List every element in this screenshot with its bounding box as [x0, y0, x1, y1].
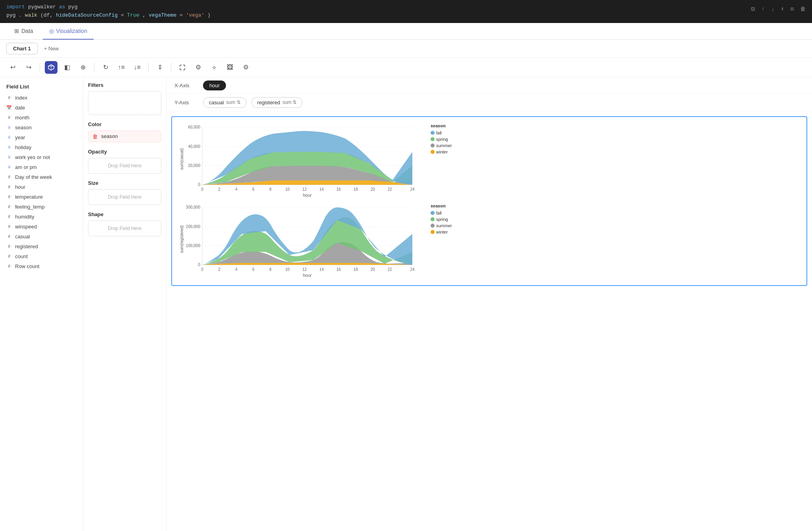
field-workingday[interactable]: ≡ work yes or not [0, 152, 83, 162]
svg-text:300,000: 300,000 [186, 205, 201, 209]
spring-label: spring [436, 137, 448, 142]
size-dropzone[interactable]: Drop Field Here [88, 189, 161, 205]
field-index[interactable]: # index [0, 93, 83, 103]
field-name-feeling-temp: feeling_temp [15, 204, 44, 210]
spring-dot [431, 137, 435, 141]
filters-panel: Filters Color 🗑 season Opacity Drop Fiel… [83, 77, 167, 531]
stack-button[interactable]: ⇕ [153, 61, 166, 74]
color-value: season [101, 133, 118, 139]
svg-text:10: 10 [285, 267, 290, 272]
move-down-icon[interactable]: ↓ [771, 5, 774, 13]
winter-label2: winter [436, 230, 448, 234]
y-axis-casual-tag[interactable]: casual sum ⇅ [203, 97, 247, 108]
svg-text:200,000: 200,000 [186, 224, 201, 229]
sort-desc-button[interactable]: ↓≡ [131, 61, 144, 74]
param2: vegaTheme [149, 12, 176, 18]
legend1-title: season [431, 123, 462, 128]
comma: , [142, 12, 149, 18]
y-axis-registered-tag[interactable]: registered sum ⇅ [251, 97, 303, 108]
field-season[interactable]: ≡ season [0, 123, 83, 132]
svg-text:4: 4 [235, 267, 237, 272]
svg-text:10: 10 [285, 187, 290, 192]
field-rowcount[interactable]: # Row count [0, 261, 83, 271]
toolbar: ↩ ↪ ◧ ⊕ ↻ ↑≡ ↓≡ ⇕ ⚙ ⟡ 🖼 ⚙ [0, 58, 812, 77]
field-winspeed[interactable]: # winspeed [0, 222, 83, 232]
settings2-button[interactable]: ⚙ [192, 61, 205, 74]
y-axis-label: Y-Axis [174, 100, 198, 105]
field-name-humidity: humidity [15, 214, 34, 220]
field-count[interactable]: # count [0, 251, 83, 261]
svg-text:40,000: 40,000 [188, 144, 200, 149]
field-dow[interactable]: # Day of the week [0, 172, 83, 182]
tab-data[interactable]: ⊞ Data [8, 23, 40, 40]
opacity-dropzone[interactable]: Drop Field Here [88, 158, 161, 174]
filters-dropzone[interactable] [88, 91, 161, 115]
num-icon: # [6, 95, 12, 100]
field-name-registered: registered [15, 243, 38, 249]
tab-visualization[interactable]: ◎ Visualization [43, 23, 94, 40]
code-line-2: pyg . walk (df, hideDataSourceConfig = T… [6, 12, 806, 20]
field-humidity[interactable]: # humidity [0, 212, 83, 222]
new-chart-tab[interactable]: + New [39, 43, 63, 54]
field-month[interactable]: # month [0, 113, 83, 123]
chart2-svg: 300,000 200,000 100,000 0 sum(registered… [178, 203, 424, 279]
field-holiday[interactable]: ≡ holiday [0, 142, 83, 152]
summer-label: summer [436, 143, 452, 148]
casual-agg[interactable]: sum ⇅ [226, 100, 241, 105]
split-icon[interactable]: ⊟ [791, 5, 794, 13]
move-up-icon[interactable]: ↑ [761, 5, 764, 13]
chart1-legend: season fall spring summer [431, 123, 462, 199]
field-name-ampm: am or pm [15, 164, 37, 170]
trash-icon[interactable]: 🗑 [92, 133, 98, 140]
image-button[interactable]: 🖼 [224, 61, 236, 74]
summer-dot2 [431, 224, 435, 228]
field-hour[interactable]: # hour [0, 182, 83, 192]
color-tag[interactable]: 🗑 season [88, 130, 161, 142]
copy-icon[interactable]: ⧉ [751, 5, 755, 13]
opacity-title: Opacity [88, 149, 161, 155]
shape-dropzone[interactable]: Drop Field Here [88, 220, 161, 236]
svg-text:14: 14 [319, 267, 324, 272]
str-icon-workingday: ≡ [6, 154, 12, 160]
winter-dot [431, 150, 435, 154]
layers-button[interactable]: ⊕ [77, 61, 89, 74]
x-axis-tag[interactable]: hour [203, 81, 226, 90]
field-registered[interactable]: # registered [0, 242, 83, 251]
gear-button[interactable]: ⚙ [239, 61, 252, 74]
field-name-workingday: work yes or not [15, 154, 50, 160]
legend2-spring: spring [431, 217, 462, 222]
svg-text:0: 0 [198, 263, 200, 267]
connect-button[interactable]: ⟡ [208, 61, 220, 74]
svg-text:100,000: 100,000 [186, 243, 201, 248]
code-line-1: import pygwalker as pyg [6, 3, 806, 12]
redo-button[interactable]: ↪ [22, 61, 35, 74]
expand-button[interactable] [176, 61, 189, 74]
sort-asc-button[interactable]: ↑≡ [115, 61, 128, 74]
delete-icon[interactable]: 🗑 [800, 5, 806, 13]
field-casual[interactable]: # casual [0, 232, 83, 242]
svg-text:60,000: 60,000 [188, 125, 200, 129]
svg-text:8: 8 [269, 267, 272, 272]
field-list-title: Field List [0, 82, 83, 93]
mark-button[interactable]: ◧ [61, 61, 73, 74]
refresh-button[interactable]: ↻ [99, 61, 112, 74]
view3d-button[interactable] [45, 61, 57, 74]
field-ampm[interactable]: ≡ am or pm [0, 162, 83, 172]
svg-text:0: 0 [201, 187, 203, 192]
legend2-title: season [431, 203, 462, 208]
field-year[interactable]: ≡ year [0, 132, 83, 142]
tab-bar: ⊞ Data ◎ Visualization [0, 23, 812, 40]
field-name-temperature: temperature [15, 194, 43, 200]
winter-label: winter [436, 150, 448, 154]
field-name-hour: hour [15, 184, 25, 190]
download-icon[interactable]: ⬇ [781, 5, 784, 13]
field-temperature[interactable]: # temperature [0, 192, 83, 202]
num-icon-casual: # [6, 234, 12, 239]
expand-icon [179, 64, 186, 71]
registered-agg[interactable]: sum ⇅ [282, 100, 297, 105]
chart-tab-1[interactable]: Chart 1 [6, 43, 38, 54]
field-feeling-temp[interactable]: # feeling_temp [0, 202, 83, 212]
undo-button[interactable]: ↩ [6, 61, 19, 74]
svg-text:0: 0 [201, 267, 203, 272]
field-date[interactable]: 📅 date [0, 103, 83, 113]
